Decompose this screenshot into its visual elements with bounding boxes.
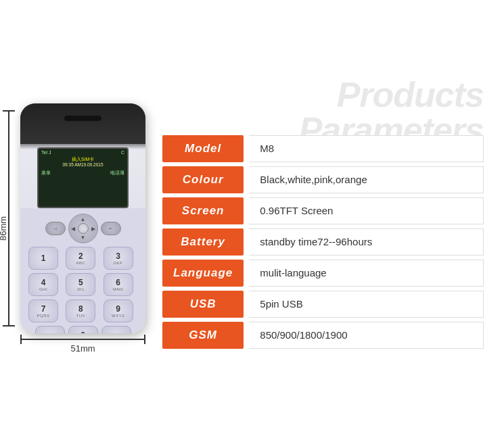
star-zero-hash-row: * 0+ # [28, 326, 137, 333]
key-star[interactable]: * [35, 326, 65, 333]
spec-value-gsm: 850/900/1800/1900 [249, 322, 484, 349]
spec-value-language: mulit-language [249, 260, 484, 287]
dimension-width-label: 51mm [70, 343, 95, 354]
phone-top-section [20, 103, 145, 144]
spec-label-colour: Colour [162, 166, 244, 193]
nav-dpad[interactable]: ▲ ▼ ◀ ▶ [68, 214, 98, 243]
spec-label-usb: USB [162, 291, 244, 318]
nav-up-icon: ▲ [81, 216, 86, 222]
spec-row: ModelM8 [162, 135, 484, 162]
spec-value-screen: 0.96TFT Screen [249, 197, 484, 224]
spec-row: GSM850/900/1800/1900 [162, 322, 484, 349]
screen-bottom-bar: 菜单 电话薄 [39, 169, 127, 178]
spec-value-usb: 5pin USB [249, 291, 484, 318]
screen-time: 09:35 AM19.09.2015 [39, 162, 127, 167]
nav-right-icon: ▶ [91, 225, 95, 231]
spec-label-model: Model [162, 135, 244, 162]
phone-outer: Tel J C 插入SIM卡 09:35 AM19.09.2015 菜单 电话薄… [20, 103, 145, 333]
dimension-height-label: 86mm [0, 216, 8, 240]
phone-speaker [64, 116, 101, 121]
key-0[interactable]: 0+ [68, 326, 98, 333]
phone-section: 86mm Tel J C 插入SIM卡 09:35 AM19.09.2015 [20, 103, 145, 354]
products-title: Products [299, 77, 484, 112]
spec-value-battery: standby time72--96hours [249, 228, 484, 256]
key-3[interactable]: 3DEF [104, 247, 133, 270]
right-section: Products Parameters ModelM8ColourBlack,w… [145, 84, 484, 353]
dimension-bottom: 51mm [20, 339, 145, 354]
key-9[interactable]: 9WXYZ [104, 299, 133, 322]
spec-value-colour: Black,white,pink,orange [249, 166, 484, 193]
screen-insert-sim: 插入SIM卡 [39, 156, 127, 163]
phone-keypad: ◁ ▲ ▼ ◀ ▶ ↩ 1 2ABC 3D [20, 208, 145, 333]
key-8[interactable]: 8TUV [66, 299, 95, 322]
nav-down-icon: ▼ [81, 235, 86, 241]
nav-center-btn[interactable] [78, 223, 89, 234]
spec-label-screen: Screen [162, 197, 244, 224]
phone-screen: Tel J C 插入SIM卡 09:35 AM19.09.2015 菜单 电话薄 [37, 147, 129, 208]
screen-contacts-label: 电话薄 [110, 170, 124, 176]
spec-value-model: M8 [249, 135, 484, 162]
key-5[interactable]: 5JKL [66, 273, 95, 296]
key-4[interactable]: 4GHI [28, 273, 58, 296]
specs-table: ModelM8ColourBlack,white,pink,orangeScre… [162, 131, 484, 353]
number-keys-grid: 1 2ABC 3DEF 4GHI 5JKL 6MNO 7PQRS 8TUV 9W… [28, 247, 137, 322]
spec-label-gsm: GSM [162, 322, 244, 349]
height-dimension-line [8, 110, 9, 326]
spec-row: Languagemulit-language [162, 260, 484, 287]
screen-status-left: Tel J [41, 150, 51, 155]
key-6[interactable]: 6MNO [104, 273, 133, 296]
screen-menu-label: 菜单 [41, 170, 51, 176]
key-1[interactable]: 1 [28, 247, 58, 270]
key-2[interactable]: 2ABC [66, 247, 95, 270]
page-container: 86mm Tel J C 插入SIM卡 09:35 AM19.09.2015 [0, 0, 504, 436]
spec-row: Batterystandby time72--96hours [162, 228, 484, 256]
spec-row: USB5pin USB [162, 291, 484, 318]
key-7[interactable]: 7PQRS [28, 299, 58, 322]
screen-status-bar: Tel J C [39, 149, 127, 156]
screen-status-right: C [121, 150, 124, 155]
key-hash[interactable]: # [101, 326, 131, 333]
nav-left-icon: ◀ [71, 225, 75, 231]
nav-row: ◁ ▲ ▼ ◀ ▶ ↩ [28, 214, 137, 243]
spec-label-language: Language [162, 260, 244, 287]
spec-label-battery: Battery [162, 228, 244, 256]
phone-body: Tel J C 插入SIM卡 09:35 AM19.09.2015 菜单 电话薄… [20, 103, 145, 333]
spec-row: ColourBlack,white,pink,orange [162, 166, 484, 193]
spec-row: Screen0.96TFT Screen [162, 197, 484, 224]
width-dimension-line [20, 339, 145, 340]
right-func-btn[interactable]: ↩ [101, 222, 121, 235]
left-func-btn[interactable]: ◁ [45, 222, 66, 235]
